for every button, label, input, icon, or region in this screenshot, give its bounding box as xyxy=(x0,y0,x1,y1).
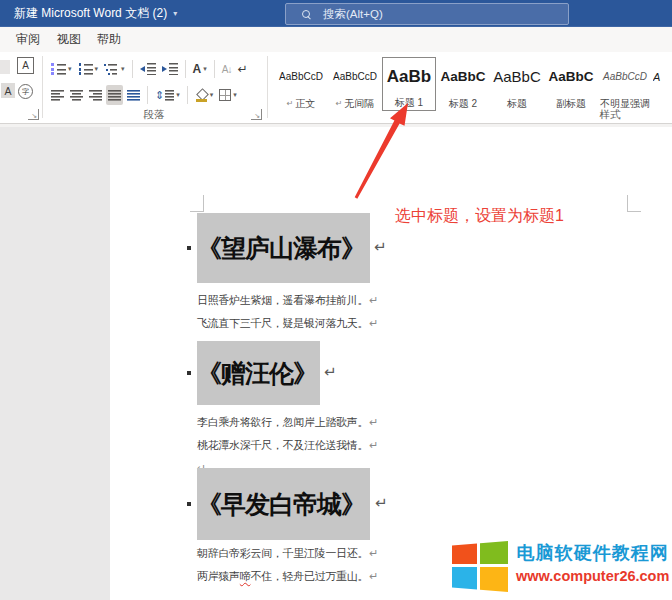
divider xyxy=(214,60,215,78)
title-dropdown-icon[interactable]: ▾ xyxy=(173,9,177,18)
poem1-title-selected[interactable]: 《望庐山瀑布》 xyxy=(197,213,370,283)
poem-line: 桃花潭水深千尺，不及汪伦送我情。↵ xyxy=(197,434,397,457)
search-placeholder: 搜索(Alt+Q) xyxy=(323,7,383,22)
decrease-indent-icon xyxy=(140,63,156,75)
style-sample: AaBbCcD xyxy=(276,57,326,96)
tab-view[interactable]: 视图 xyxy=(57,27,81,52)
align-center-icon xyxy=(70,90,83,101)
justify-button[interactable] xyxy=(106,85,123,105)
document-title: 新建 Microsoft Word 文档 (2)▾ xyxy=(14,0,177,26)
poem-line: 日照香炉生紫烟，遥看瀑布挂前川。↵ xyxy=(197,289,397,312)
paragraph-row-1: ▾ ▾ ▾ A▾ A↓ ↵ xyxy=(48,58,250,80)
paragraph-dialog-launcher[interactable] xyxy=(251,109,262,120)
justify-icon xyxy=(108,90,121,101)
tab-help[interactable]: 帮助 xyxy=(97,27,121,52)
align-right-icon xyxy=(89,90,102,101)
style-heading2[interactable]: AaBbC 标题 2 xyxy=(436,57,490,111)
borders-button[interactable]: ▾ xyxy=(217,85,239,105)
style-gallery: AaBbCcD ↵正文 AaBbCcD ↵无间隔 AaBb 标题 1 AaBbC… xyxy=(274,57,668,111)
ribbon: A A 字 ▾ ▾ ▾ A▾ A↓ ↵ ⇕▾ xyxy=(0,52,672,124)
style-no-spacing[interactable]: AaBbCcD ↵无间隔 xyxy=(328,57,382,111)
enclose-characters-icon[interactable]: 字 xyxy=(18,84,33,99)
pilcrow-icon: ↵ xyxy=(287,96,294,111)
sort-icon: A↓ xyxy=(222,64,232,75)
bullets-icon xyxy=(51,63,66,75)
asian-layout-button[interactable]: A▾ xyxy=(191,59,209,79)
align-center-button[interactable] xyxy=(68,85,85,105)
decrease-indent-button[interactable] xyxy=(138,59,158,79)
style-sample: A xyxy=(653,57,667,96)
poem3-title-selected[interactable]: 《早发白帝城》 xyxy=(197,468,370,540)
borders-icon xyxy=(219,89,231,101)
tab-review[interactable]: 审阅 xyxy=(16,27,40,52)
poem-line: 飞流直下三千尺，疑是银河落九天。↵ xyxy=(197,312,397,335)
style-title[interactable]: AaBbC 标题 xyxy=(490,57,544,111)
style-partial[interactable]: A xyxy=(652,57,668,111)
line-spacing-button[interactable]: ⇕▾ xyxy=(153,85,182,105)
style-sample: AaBb xyxy=(384,58,434,95)
style-label: 副标题 xyxy=(556,96,586,111)
align-left-button[interactable] xyxy=(49,85,66,105)
bullets-button[interactable]: ▾ xyxy=(49,59,74,79)
style-subtitle[interactable]: AaBbC 副标题 xyxy=(544,57,598,111)
search-input[interactable]: 搜索(Alt+Q) xyxy=(285,3,569,25)
chevron-down-icon: ▾ xyxy=(121,65,125,73)
annotation-text: 选中标题，设置为标题1 xyxy=(395,206,564,227)
style-heading1-selected[interactable]: AaBb 标题 1 xyxy=(382,57,436,111)
divider xyxy=(187,86,188,104)
pilcrow-icon: ↵ xyxy=(369,294,378,306)
poem-line: 两岸猿声啼不住，轻舟已过万重山。↵ xyxy=(197,565,397,588)
style-sample: AaBbCcD xyxy=(330,57,380,96)
distribute-button[interactable] xyxy=(125,85,142,105)
increase-indent-button[interactable] xyxy=(160,59,180,79)
phonetic-guide-icon[interactable] xyxy=(0,60,10,74)
heading-anchor-icon xyxy=(187,371,191,375)
style-normal[interactable]: AaBbCcD ↵正文 xyxy=(274,57,328,111)
pilcrow-icon: ↵ xyxy=(369,317,378,329)
word-window: 新建 Microsoft Word 文档 (2)▾ 搜索(Alt+Q) 审阅 视… xyxy=(0,0,672,600)
pilcrow-icon: ↵ xyxy=(374,238,387,256)
margin-cropmark-right xyxy=(627,195,641,212)
poem-line: 朝辞白帝彩云间，千里江陵一日还。↵ xyxy=(197,542,397,565)
numbering-button[interactable]: ▾ xyxy=(76,59,101,79)
flag-pane-green xyxy=(480,541,508,564)
shading-button[interactable]: ▾ xyxy=(193,85,216,105)
heading-anchor-icon xyxy=(187,246,191,250)
style-label: 标题 xyxy=(507,96,527,111)
character-border-icon[interactable]: A xyxy=(17,57,34,74)
numbering-icon xyxy=(78,63,93,75)
font-dialog-launcher[interactable] xyxy=(28,109,39,120)
style-subtle-emphasis[interactable]: AaBbCcD 不明显强调 xyxy=(598,57,652,111)
chevron-down-icon: ▾ xyxy=(176,91,180,99)
title-bar: 新建 Microsoft Word 文档 (2)▾ 搜索(Alt+Q) xyxy=(0,0,672,27)
poem-line: 李白乘舟将欲行，忽闻岸上踏歌声。↵ xyxy=(197,411,397,434)
poem3-body[interactable]: 朝辞白帝彩云间，千里江陵一日还。↵ 两岸猿声啼不住，轻舟已过万重山。↵ xyxy=(197,542,397,588)
increase-indent-icon xyxy=(162,63,178,75)
paragraph-mark-icon: ↵ xyxy=(237,62,247,76)
margin-cropmark-left xyxy=(190,195,204,212)
flag-pane-orange xyxy=(452,541,477,564)
style-sample: AaBbCcD xyxy=(600,57,650,96)
line-spacing-icon: ⇕ xyxy=(155,89,164,102)
flag-pane-yellow xyxy=(480,567,508,592)
style-sample: AaBbC xyxy=(546,57,596,96)
style-sample: AaBbC xyxy=(492,57,542,96)
chevron-down-icon: ▾ xyxy=(203,65,207,73)
divider xyxy=(185,60,186,78)
poem2-title-selected[interactable]: 《赠汪伦》 xyxy=(197,341,320,405)
divider xyxy=(132,60,133,78)
chevron-down-icon: ▾ xyxy=(95,65,99,73)
show-hide-marks-button[interactable]: ↵ xyxy=(235,59,249,79)
pilcrow-icon: ↵ xyxy=(369,439,378,451)
ribbon-tab-bar: 审阅 视图 帮助 xyxy=(0,27,672,52)
style-label: 标题 2 xyxy=(449,96,477,111)
site-logo: 电脑软硬件教程网 www.computer26.com xyxy=(452,541,669,592)
character-shading-icon[interactable]: A xyxy=(1,83,15,98)
align-right-button[interactable] xyxy=(87,85,104,105)
style-label: 正文 xyxy=(295,96,315,111)
pilcrow-icon: ↵ xyxy=(369,416,378,428)
sort-button[interactable]: A↓ xyxy=(220,59,234,79)
pilcrow-icon: ↵ xyxy=(369,570,378,582)
multilevel-list-button[interactable]: ▾ xyxy=(102,59,127,79)
paragraph-row-2: ⇕▾ ▾ ▾ xyxy=(48,84,240,106)
